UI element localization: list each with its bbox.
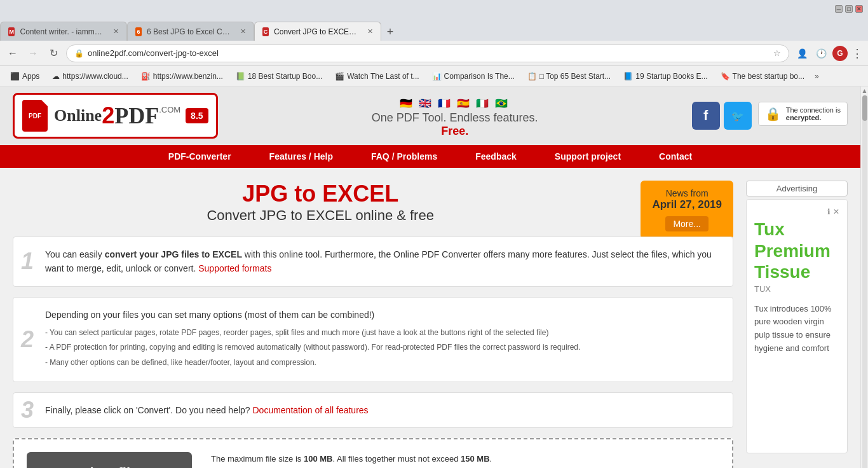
back-button[interactable]: ←: [5, 46, 20, 61]
scrollbar-up-button[interactable]: ▲: [862, 86, 868, 94]
logo-com-text: .COM: [159, 105, 180, 114]
flag-br[interactable]: 🇧🇷: [495, 97, 510, 107]
new-tab-button[interactable]: +: [381, 23, 399, 41]
nav-features-help[interactable]: Features / Help: [250, 145, 352, 168]
address-bar: ← → ↻ 🔒 online2pdf.com/convert-jpg-to-ex…: [0, 41, 868, 66]
watch-icon: 🎬: [335, 72, 344, 81]
step-2-sub1: - You can select particular pages, rotat…: [45, 327, 720, 339]
flag-fr[interactable]: 🇫🇷: [438, 97, 453, 107]
nav-contact[interactable]: Contact: [640, 145, 711, 168]
flag-es[interactable]: 🇪🇸: [457, 97, 472, 107]
supported-formats-link[interactable]: Supported formats: [198, 263, 271, 273]
benzin-icon: ⛽: [141, 72, 151, 81]
title-bar: ─ □ ✕: [0, 0, 868, 18]
step-1-text: You can easily convert your JPG files to…: [45, 247, 720, 276]
ad-close-button[interactable]: ✕: [833, 207, 839, 216]
flag-it[interactable]: 🇮🇹: [476, 97, 491, 107]
refresh-button[interactable]: ↻: [46, 46, 61, 61]
bookmark-apps[interactable]: ⬛ Apps: [5, 71, 44, 82]
bookmark-benzin[interactable]: ⛽ https://www.benzin...: [136, 71, 228, 82]
tab-bar: M Content writer. - iammurtaza4@... ✕ 6 …: [0, 18, 868, 41]
tab-3[interactable]: C Convert JPG to EXCEL online & f... ✕: [254, 22, 381, 41]
step-1-number: 1: [21, 248, 34, 275]
bookmark-top65-label: □ Top 65 Best Start...: [539, 72, 611, 81]
tab-2-favicon: 6: [135, 27, 142, 36]
logo-2-text: 2: [102, 102, 114, 129]
bookmark-cloud[interactable]: ☁ https://www.cloud...: [47, 71, 133, 82]
profile-button[interactable]: G: [832, 46, 848, 61]
scrollbar-track[interactable]: [862, 95, 867, 468]
tab-1-label: Content writer. - iammurtaza4@...: [20, 27, 105, 36]
pdf-icon: PDF: [22, 100, 48, 132]
minimize-button[interactable]: ─: [835, 5, 843, 13]
tab-1-close[interactable]: ✕: [113, 27, 119, 36]
maximize-button[interactable]: □: [845, 5, 853, 13]
scrollbar[interactable]: ▲ ▼: [860, 86, 868, 468]
documentation-link[interactable]: Documentation of all features: [252, 405, 368, 415]
security-badge: 🔒 The connection is encrypted.: [758, 102, 848, 126]
tab-2[interactable]: 6 6 Best JPG to Excel Converter (O... ✕: [127, 22, 254, 41]
ad-brand: Tux Premium Tissue: [754, 219, 839, 283]
bookmark-comparison-label: Comparison Is The...: [444, 72, 515, 81]
news-more-button[interactable]: More...: [665, 216, 709, 231]
tab-3-label: Convert JPG to EXCEL online & f...: [274, 27, 360, 36]
nav-pdf-converter[interactable]: PDF-Converter: [149, 145, 250, 168]
forward-button[interactable]: →: [25, 46, 41, 61]
tab-2-label: 6 Best JPG to Excel Converter (O...: [147, 27, 233, 36]
best-startup-icon: 🔖: [721, 72, 730, 81]
logo-pdf-main-text: PDF: [114, 102, 159, 129]
max-total-size: 150 MB: [461, 454, 490, 464]
url-bar[interactable]: 🔒 online2pdf.com/convert-jpg-to-excel ☆: [66, 45, 789, 62]
chrome-menu-button[interactable]: ⋮: [851, 46, 863, 60]
main-content: News from April 27, 2019 More... JPG to …: [13, 181, 733, 468]
bookmark-top65[interactable]: 📋 □ Top 65 Best Start...: [522, 71, 616, 82]
tab-1-favicon: M: [8, 27, 15, 36]
nav-support-project[interactable]: Support project: [536, 145, 640, 168]
facebook-button[interactable]: f: [692, 102, 720, 130]
sidebar: Advertising ℹ ✕ Tux Premium Tissue TUX T…: [746, 181, 848, 468]
bookmark-best-startup[interactable]: 🔖 The best startup bo...: [715, 71, 810, 82]
ad-info-icon[interactable]: ℹ: [827, 207, 831, 216]
ad-sub: TUX: [754, 283, 839, 296]
bookmark-19books-label: 19 Startup Books E...: [635, 72, 707, 81]
address-right-buttons: 👤 🕐 G ⋮: [794, 46, 863, 61]
bookmark-startup-books[interactable]: 📗 18 Best Startup Boo...: [231, 71, 327, 82]
select-files-button[interactable]: Select files: [27, 452, 192, 468]
site-header: PDF Online 2 PDF .COM 8.5 🇩🇪 🇬🇧 🇫🇷: [0, 86, 860, 145]
user-icon-button[interactable]: 👤: [794, 46, 810, 61]
nav-feedback[interactable]: Feedback: [456, 145, 536, 168]
bookmark-watch[interactable]: 🎬 Watch The Last of t...: [330, 71, 424, 82]
bookmarks-more-button[interactable]: »: [812, 71, 822, 82]
step-3-text: Finally, please click on 'Convert'. Do y…: [45, 403, 720, 417]
upload-area: Select files (or just drag&drop your fil…: [13, 438, 733, 468]
bookmark-best-startup-label: The best startup bo...: [733, 72, 804, 81]
nav-faq-problems[interactable]: FAQ / Problems: [352, 145, 456, 168]
ad-box: ℹ ✕ Tux Premium Tissue TUX Tux introduce…: [746, 199, 848, 453]
news-date: April 27, 2019: [652, 198, 722, 211]
logo-area: PDF Online 2 PDF .COM 8.5: [13, 93, 218, 139]
history-button[interactable]: 🕐: [813, 46, 829, 61]
flag-gb[interactable]: 🇬🇧: [419, 97, 434, 107]
comparison-icon: 📊: [432, 72, 442, 81]
tab-3-close[interactable]: ✕: [367, 27, 373, 36]
page-subtitle: Convert JPG to EXCEL online & free: [13, 207, 733, 224]
twitter-button[interactable]: 🐦: [724, 102, 752, 130]
scrollbar-thumb[interactable]: [862, 95, 867, 121]
bookmarks-bar: ⬛ Apps ☁ https://www.cloud... ⛽ https://…: [0, 66, 868, 86]
bookmark-benzin-label: https://www.benzin...: [153, 72, 223, 81]
header-tagline: One PDF Tool. Endless features.: [372, 111, 538, 125]
step-3-number: 3: [21, 397, 34, 423]
tab-2-close[interactable]: ✕: [240, 27, 246, 36]
site-nav: PDF-Converter Features / Help FAQ / Prob…: [0, 145, 860, 168]
close-button[interactable]: ✕: [855, 5, 863, 13]
select-files-area: Select files (or just drag&drop your fil…: [27, 452, 192, 468]
flag-de[interactable]: 🇩🇪: [400, 97, 415, 107]
logo-box: PDF Online 2 PDF .COM 8.5: [13, 93, 218, 139]
content-area: News from April 27, 2019 More... JPG to …: [0, 168, 860, 468]
bookmark-apps-label: Apps: [22, 72, 39, 81]
bookmark-star-icon[interactable]: ☆: [773, 48, 781, 58]
tab-1[interactable]: M Content writer. - iammurtaza4@... ✕: [0, 22, 127, 41]
news-box[interactable]: News from April 27, 2019 More...: [641, 181, 733, 239]
bookmark-comparison[interactable]: 📊 Comparison Is The...: [427, 71, 520, 82]
bookmark-19books[interactable]: 📘 19 Startup Books E...: [618, 71, 712, 82]
